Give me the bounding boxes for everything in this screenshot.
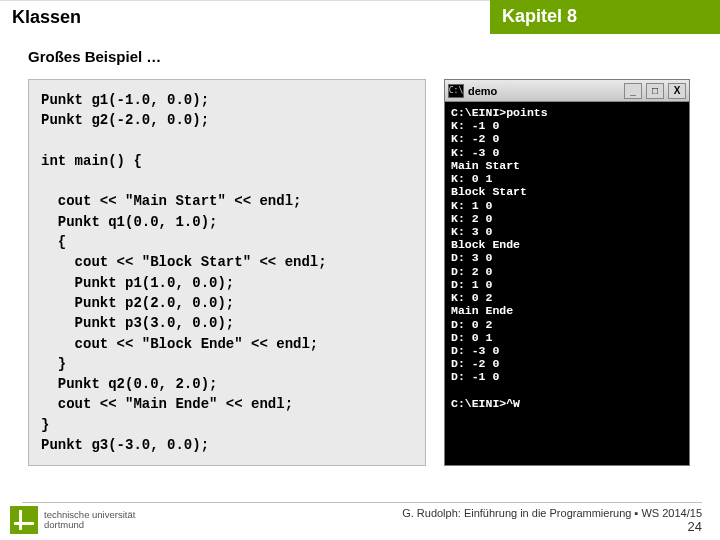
footer-credit: G. Rudolph: Einführung in die Programmie… (402, 507, 702, 534)
maximize-button[interactable]: □ (646, 83, 664, 99)
command-prompt-icon: C:\ (448, 84, 464, 98)
credit-text: G. Rudolph: Einführung in die Programmie… (402, 507, 702, 519)
console-titlebar: C:\ demo _ □ X (445, 80, 689, 102)
console-window: C:\ demo _ □ X C:\EINI>points K: -1 0 K:… (444, 79, 690, 466)
header-left-title: Klassen (0, 0, 490, 34)
console-title: demo (468, 85, 620, 97)
content-row: Punkt g1(-1.0, 0.0); Punkt g2(-2.0, 0.0)… (0, 75, 720, 466)
minimize-button[interactable]: _ (624, 83, 642, 99)
console-output: C:\EINI>points K: -1 0 K: -2 0 K: -3 0 M… (445, 102, 689, 465)
slide-header: Klassen Kapitel 8 (0, 0, 720, 34)
tu-logo-icon (10, 506, 38, 534)
slide-subtitle: Großes Beispiel … (0, 34, 720, 75)
close-button[interactable]: X (668, 83, 686, 99)
university-logo: technische universität dortmund (10, 506, 135, 534)
uni-line1: technische universität (44, 509, 135, 520)
uni-line2: dortmund (44, 519, 84, 530)
code-listing: Punkt g1(-1.0, 0.0); Punkt g2(-2.0, 0.0)… (28, 79, 426, 466)
university-name: technische universität dortmund (44, 510, 135, 531)
header-right-chapter: Kapitel 8 (490, 0, 720, 34)
page-number: 24 (402, 519, 702, 534)
footer-rule (22, 502, 702, 503)
slide-footer: technische universität dortmund G. Rudol… (0, 506, 720, 534)
